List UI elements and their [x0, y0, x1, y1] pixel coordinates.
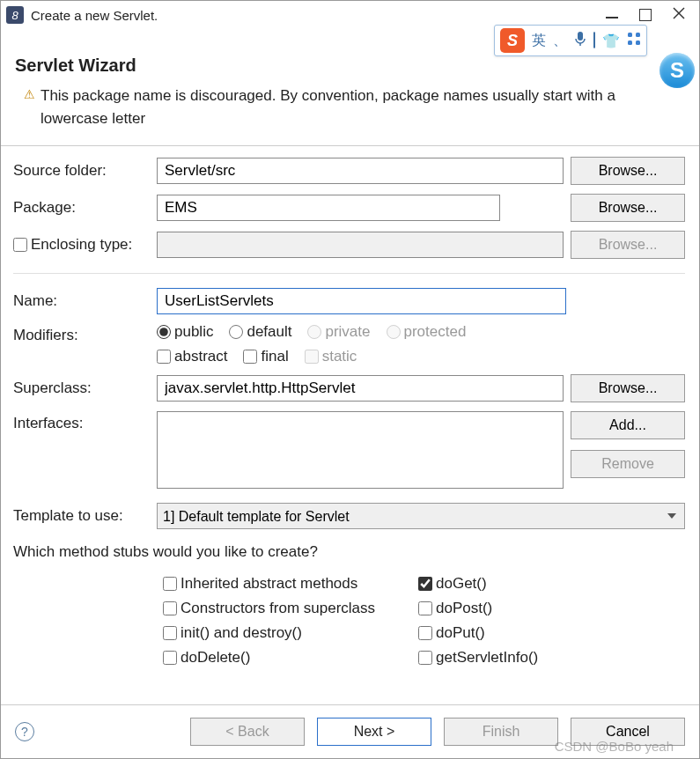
apps-icon[interactable] — [627, 32, 641, 49]
source-folder-input[interactable] — [157, 158, 564, 184]
init-destroy-checkbox[interactable] — [163, 626, 177, 640]
name-label: Name: — [13, 292, 150, 310]
wizard-title: Servlet Wizard — [15, 55, 685, 76]
modifiers-label: Modifiers: — [13, 323, 150, 344]
next-button[interactable]: Next > — [317, 718, 431, 746]
minimize-button[interactable] — [606, 11, 618, 18]
enclosing-type-checkbox[interactable] — [13, 238, 27, 252]
template-label: Template to use: — [13, 507, 150, 525]
ime-punct-label[interactable]: 、 — [553, 32, 567, 50]
constructors-checkbox[interactable] — [163, 601, 177, 615]
sogou-icon[interactable]: S — [500, 28, 525, 53]
svg-rect-5 — [636, 33, 640, 37]
keyboard-icon[interactable] — [593, 33, 595, 48]
ime-lang-label[interactable]: 英 — [532, 32, 546, 50]
skype-icon[interactable]: S — [659, 53, 695, 88]
back-button: < Back — [190, 718, 305, 746]
package-label: Package: — [13, 199, 150, 217]
superclass-input[interactable] — [157, 375, 564, 402]
svg-rect-7 — [636, 41, 640, 45]
warning-text: This package name is discouraged. By con… — [41, 85, 685, 129]
enclosing-type-label: Enclosing type: — [31, 236, 132, 254]
name-input[interactable] — [157, 288, 566, 314]
final-checkbox[interactable] — [243, 350, 257, 364]
dopost-checkbox[interactable] — [418, 601, 432, 615]
help-icon[interactable]: ? — [15, 722, 34, 741]
inherited-checkbox[interactable] — [163, 577, 177, 591]
enclosing-type-input — [157, 232, 564, 258]
finish-button: Finish — [444, 718, 558, 746]
dodelete-checkbox[interactable] — [163, 651, 177, 665]
browse-superclass-button[interactable]: Browse... — [571, 374, 685, 402]
private-radio — [307, 325, 321, 339]
source-folder-label: Source folder: — [13, 162, 150, 180]
cancel-button[interactable]: Cancel — [571, 718, 685, 746]
superclass-label: Superclass: — [13, 380, 150, 397]
doget-checkbox[interactable] — [418, 577, 432, 591]
browse-package-button[interactable]: Browse... — [571, 194, 685, 222]
interfaces-list[interactable] — [157, 411, 564, 489]
browse-source-button[interactable]: Browse... — [571, 157, 685, 185]
add-interface-button[interactable]: Add... — [571, 411, 685, 439]
browse-enclosing-button: Browse... — [571, 231, 685, 259]
default-radio[interactable] — [229, 325, 243, 339]
doput-checkbox[interactable] — [418, 626, 432, 640]
getservletinfo-checkbox[interactable] — [418, 651, 432, 665]
abstract-checkbox[interactable] — [157, 350, 171, 364]
stubs-question: Which method stubs would you like to cre… — [13, 543, 685, 561]
ime-toolbar[interactable]: S 英 、 👕 — [494, 25, 647, 56]
public-radio[interactable] — [157, 325, 171, 339]
template-select[interactable]: 1] Default template for Servlet — [157, 503, 685, 529]
interfaces-label: Interfaces: — [13, 411, 150, 432]
app-icon: 8 — [6, 6, 24, 24]
microphone-icon[interactable] — [574, 31, 586, 50]
svg-rect-6 — [628, 41, 632, 45]
shirt-icon[interactable]: 👕 — [602, 33, 620, 49]
warning-icon: ⚠ — [24, 87, 35, 101]
static-checkbox — [305, 350, 319, 364]
svg-rect-2 — [578, 32, 583, 41]
svg-rect-4 — [628, 33, 632, 37]
remove-interface-button: Remove — [571, 450, 685, 478]
window-title: Create a new Servlet. — [31, 8, 158, 23]
package-input[interactable] — [157, 195, 500, 221]
protected-radio — [387, 325, 401, 339]
close-button[interactable] — [673, 7, 685, 23]
maximize-button[interactable] — [639, 9, 652, 21]
